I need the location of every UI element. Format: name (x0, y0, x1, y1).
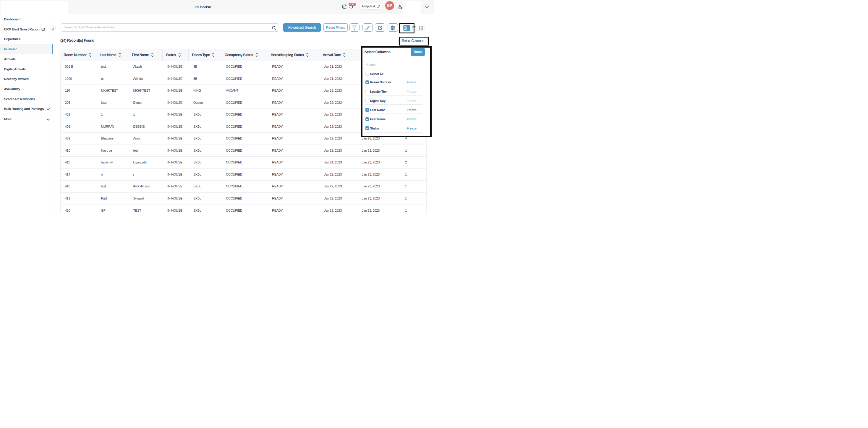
svg-text:?: ? (343, 5, 344, 8)
